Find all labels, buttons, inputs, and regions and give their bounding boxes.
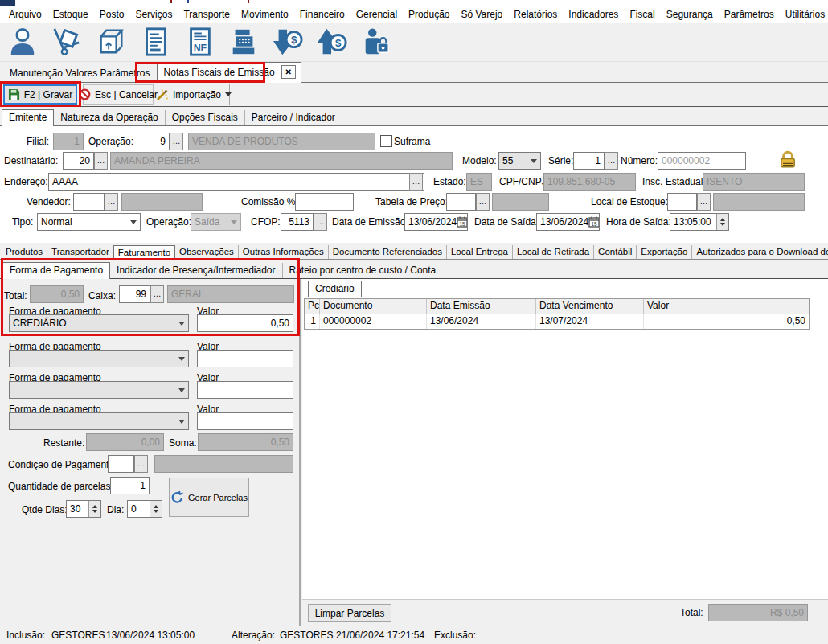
menu-utilitarios[interactable]: Utilitários	[780, 9, 828, 20]
data-saida-field[interactable]: 13/06/2024 15	[536, 213, 600, 231]
nf-invoice-icon[interactable]: NF	[182, 25, 217, 59]
column-header-data-vencimento[interactable]: Data Vencimento	[536, 299, 644, 314]
qtde-dias-spinner[interactable]	[88, 501, 100, 517]
valor-field-4[interactable]	[197, 412, 293, 430]
tab-contabil[interactable]: Contábil	[593, 245, 636, 259]
dia-field[interactable]: 0	[127, 500, 162, 518]
dia-spinner[interactable]	[150, 501, 162, 517]
close-icon[interactable]: ✕	[281, 65, 296, 79]
serie-field[interactable]: 1	[573, 152, 605, 170]
menu-producao[interactable]: Produção	[403, 9, 455, 20]
money-up-icon[interactable]: $	[314, 25, 350, 59]
menu-indicadores[interactable]: Indicadores	[563, 9, 624, 20]
vendedor-code-field[interactable]	[73, 193, 105, 211]
tab-outras-informacoes[interactable]: Outras Informações	[238, 245, 328, 259]
forma-pagamento-select-3[interactable]	[9, 381, 189, 399]
invoice-icon[interactable]	[137, 25, 173, 59]
operacao-code-field[interactable]: 9	[133, 133, 170, 150]
gerar-parcelas-button[interactable]: Gerar Parcelas	[169, 478, 249, 517]
menu-servicos[interactable]: Serviços	[129, 9, 178, 20]
column-header-documento[interactable]: Documento	[320, 299, 427, 314]
tab-opcoes-fiscais[interactable]: Opções Fiscais	[165, 110, 244, 125]
limpar-parcelas-button[interactable]: Limpar Parcelas	[308, 604, 391, 622]
cfop-lookup-button[interactable]: …	[314, 213, 327, 231]
forma-pagamento-select-4[interactable]	[9, 412, 189, 430]
menu-posto[interactable]: Posto	[94, 9, 130, 20]
tab-exportacao[interactable]: Exportação	[636, 245, 691, 259]
menu-estoque[interactable]: Estoque	[47, 9, 94, 20]
hora-saida-field[interactable]: 13:05:00	[670, 213, 729, 231]
table-row[interactable]: 1 000000002 13/06/2024 13/07/2024 0,50	[305, 314, 809, 329]
condicao-code-field[interactable]	[108, 455, 134, 473]
tab-local-entrega[interactable]: Local Entrega	[446, 245, 512, 259]
menu-so-varejo[interactable]: Só Varejo	[455, 9, 508, 20]
import-button[interactable]: Importação	[158, 84, 230, 105]
cancel-button[interactable]: Esc | Cancelar	[83, 84, 154, 105]
valor-field-1[interactable]: 0,50	[197, 314, 293, 332]
menu-fiscal[interactable]: Fiscal	[624, 9, 660, 20]
tab-transportador[interactable]: Transportador	[47, 245, 113, 259]
column-header-data-emissao[interactable]: Data Emissão	[427, 299, 536, 314]
tab-forma-de-pagamento[interactable]: Forma de Pagamento	[2, 262, 110, 279]
package-icon[interactable]	[93, 25, 129, 59]
destinatario-code-field[interactable]: 20	[63, 152, 94, 170]
destinatario-lookup-button[interactable]: …	[94, 152, 108, 170]
caixa-code-field[interactable]: 99	[119, 285, 150, 303]
user-lock-icon[interactable]	[359, 25, 394, 59]
data-emissao-field[interactable]: 13/06/2024 15	[404, 213, 468, 231]
tab-manutencao-valores-parametros[interactable]: Manutenção Valores Parâmetros	[3, 64, 157, 82]
serie-lookup-button[interactable]: …	[605, 152, 618, 170]
menu-financeiro[interactable]: Financeiro	[294, 9, 350, 20]
person-icon[interactable]	[5, 25, 40, 59]
menu-seguranca[interactable]: Segurança	[661, 9, 719, 20]
delivery-cart-icon[interactable]	[49, 25, 84, 59]
forma-pagamento-select-1[interactable]: CREDIÁRIO	[9, 314, 189, 332]
menu-movimento[interactable]: Movimento	[236, 9, 294, 20]
lock-icon[interactable]	[778, 150, 797, 169]
condicao-lookup-button[interactable]: …	[134, 455, 148, 473]
tab-crediario[interactable]: Crediário	[308, 281, 362, 297]
vendedor-lookup-button[interactable]: …	[105, 193, 118, 211]
tab-parceiro-indicador[interactable]: Parceiro / Indicador	[244, 110, 342, 125]
cfop-field[interactable]: 5113	[281, 213, 314, 231]
caixa-lookup-button[interactable]: …	[150, 285, 164, 303]
menu-arquivo[interactable]: Arquivo	[3, 9, 47, 20]
calendar-icon[interactable]: 15	[457, 216, 468, 228]
valor-field-2[interactable]	[197, 350, 293, 367]
column-header-valor[interactable]: Valor	[644, 299, 809, 314]
tab-documento-referenciados[interactable]: Documento Referenciados	[328, 245, 446, 259]
tab-autorizados-download-xml[interactable]: Autorizados para o Download do XML	[691, 245, 828, 259]
tab-observacoes[interactable]: Observações	[175, 245, 238, 259]
calendar-icon[interactable]: 15	[588, 216, 600, 228]
tabela-preco-lookup-button[interactable]: …	[476, 193, 490, 211]
tab-notas-fiscais-de-emissao[interactable]: Notas Fiscais de Emissão ✕	[157, 62, 301, 83]
qtde-dias-field[interactable]: 30	[66, 500, 101, 518]
tab-rateio-centro-custo-conta[interactable]: Rateio por centro de custo / Conta	[282, 263, 443, 278]
comissao-field[interactable]	[295, 193, 354, 211]
column-header-pc[interactable]: Pc	[305, 299, 320, 314]
tabela-preco-code-field[interactable]	[446, 193, 476, 211]
cash-register-icon[interactable]	[226, 25, 261, 59]
tab-local-de-retirada[interactable]: Local de Retirada	[512, 245, 593, 259]
quantidade-parcelas-field[interactable]: 1	[110, 477, 150, 494]
time-spinner[interactable]	[716, 214, 728, 230]
menu-transporte[interactable]: Transporte	[178, 9, 236, 20]
endereco-field[interactable]: AAAA	[48, 173, 424, 191]
money-down-icon[interactable]: $	[270, 25, 305, 59]
operacao-lookup-button[interactable]: …	[170, 133, 183, 150]
menu-gerencial[interactable]: Gerencial	[350, 9, 403, 20]
tab-emitente[interactable]: Emitente	[2, 109, 54, 126]
tab-produtos[interactable]: Produtos	[2, 245, 47, 259]
menu-parametros[interactable]: Parâmetros	[719, 9, 780, 20]
tab-indicador-presenca-intermediador[interactable]: Indicador de Presença/Intermediador	[110, 263, 281, 278]
save-button[interactable]: F2 | Gravar	[3, 84, 77, 105]
modelo-select[interactable]: 55	[498, 152, 541, 170]
local-estoque-code-field[interactable]	[667, 193, 697, 211]
forma-pagamento-select-2[interactable]	[9, 350, 189, 367]
tab-natureza-da-operacao[interactable]: Natureza da Operação	[54, 110, 164, 125]
tipo-select[interactable]: Normal	[37, 213, 141, 231]
valor-field-3[interactable]	[197, 381, 293, 399]
numero-field[interactable]: 000000002	[658, 152, 746, 170]
local-estoque-lookup-button[interactable]: …	[697, 193, 711, 211]
suframa-checkbox[interactable]	[380, 135, 392, 147]
